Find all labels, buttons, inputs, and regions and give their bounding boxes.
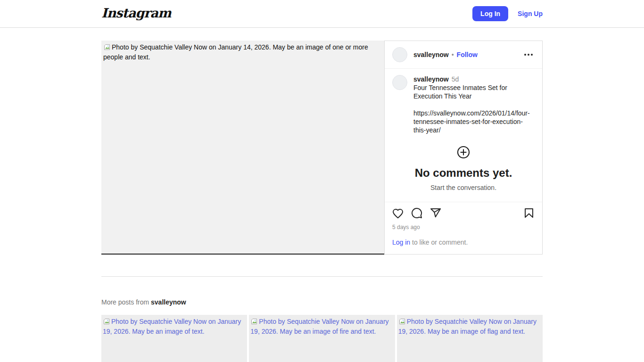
author-username-link[interactable]: svalleynow (413, 51, 449, 58)
caption-text: Four Tennessee Inmates Set for Execution… (413, 83, 535, 100)
post-image-alt-text: Photo by Sequatchie Valley Now on Januar… (103, 43, 368, 61)
thumbnail-alt-text: Photo by Sequatchie Valley Now on Januar… (250, 318, 388, 335)
caption-row: svalleynow5d Four Tennessee Inmates Set … (392, 75, 535, 134)
more-posts-label: More posts from svalleynow (101, 298, 543, 306)
login-prompt: Log in to like or comment. (385, 231, 542, 254)
caption-url-text: https://svalleynow.com/2026/01/14/four-t… (413, 109, 535, 134)
no-comments-subtitle: Start the conversation. (392, 184, 535, 191)
broken-image-icon (103, 43, 111, 53)
author-line: svalleynow • Follow (413, 51, 478, 58)
header-container: Instagram Log In Sign Up (101, 6, 543, 21)
post-timestamp: 5 days ago (392, 224, 535, 230)
more-options-icon[interactable] (522, 52, 535, 58)
plus-circle-icon[interactable] (457, 146, 470, 160)
separator-dot: • (452, 51, 454, 58)
main-content: Photo by Sequatchie Valley Now on Januar… (101, 41, 543, 362)
log-in-inline-link[interactable]: Log in (392, 239, 410, 246)
post-article: Photo by Sequatchie Valley Now on Januar… (101, 41, 543, 255)
auth-buttons: Log In Sign Up (472, 6, 543, 21)
login-prompt-suffix: to like or comment. (410, 239, 468, 246)
caption-username-link[interactable]: svalleynow (413, 75, 449, 83)
sign-up-link[interactable]: Sign Up (518, 10, 543, 17)
action-icons-row (392, 207, 535, 219)
more-posts-prefix: More posts from (101, 298, 151, 306)
top-navigation-bar: Instagram Log In Sign Up (0, 0, 644, 28)
more-post-thumbnail-1[interactable]: Photo by Sequatchie Valley Now on Januar… (101, 315, 247, 362)
comments-area: svalleynow5d Four Tennessee Inmates Set … (385, 69, 542, 202)
post-side-panel: svalleynow • Follow svalleynow5d Four Te… (384, 41, 543, 255)
caption-age: 5d (452, 75, 459, 83)
action-bar: 5 days ago (385, 202, 542, 231)
more-post-thumbnail-3[interactable]: Photo by Sequatchie Valley Now on Januar… (397, 315, 543, 362)
section-divider (101, 276, 543, 277)
no-comments-block: No comments yet. Start the conversation. (392, 146, 535, 191)
share-icon[interactable] (430, 207, 441, 219)
post-header: svalleynow • Follow (385, 41, 542, 69)
more-posts-username-link[interactable]: svalleynow (151, 298, 186, 306)
broken-image-icon (398, 318, 406, 327)
broken-image-icon (250, 318, 258, 327)
thumbnail-alt-text: Photo by Sequatchie Valley Now on Januar… (398, 318, 537, 335)
log-in-button[interactable]: Log In (472, 6, 508, 21)
post-image: Photo by Sequatchie Valley Now on Januar… (101, 41, 384, 255)
like-heart-icon[interactable] (392, 207, 404, 219)
instagram-logo[interactable]: Instagram (101, 7, 171, 21)
broken-image-icon (103, 318, 110, 327)
caption-content: svalleynow5d Four Tennessee Inmates Set … (413, 75, 535, 134)
thumbnail-alt-text: Photo by Sequatchie Valley Now on Januar… (103, 318, 241, 335)
no-comments-title: No comments yet. (392, 166, 535, 180)
caption-header: svalleynow5d (413, 75, 535, 83)
more-post-thumbnail-2[interactable]: Photo by Sequatchie Valley Now on Januar… (249, 315, 395, 362)
more-posts-grid: Photo by Sequatchie Valley Now on Januar… (101, 315, 543, 362)
caption-avatar[interactable] (392, 75, 407, 90)
follow-button[interactable]: Follow (457, 51, 478, 58)
comment-icon[interactable] (411, 207, 422, 219)
save-bookmark-icon[interactable] (523, 207, 535, 219)
author-avatar[interactable] (392, 47, 407, 62)
